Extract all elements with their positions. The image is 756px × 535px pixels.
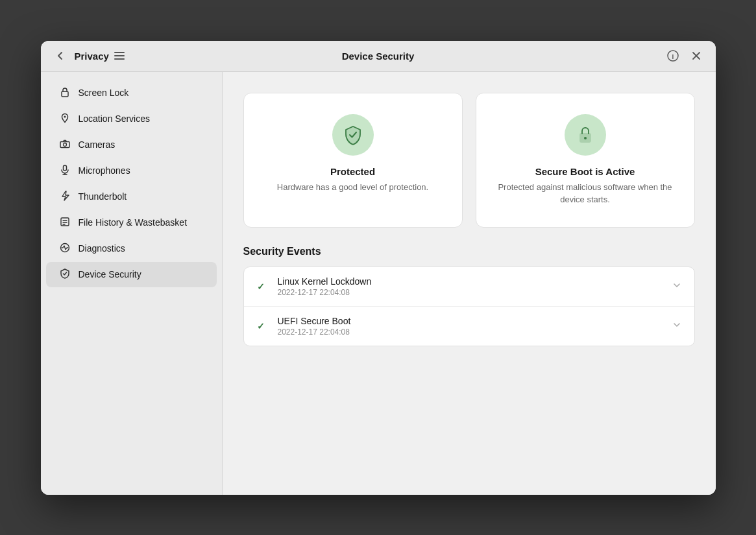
titlebar: Privacy Device Security i xyxy=(41,41,716,72)
secure-boot-card: Secure Boot is Active Protected against … xyxy=(476,93,695,228)
file-history-icon xyxy=(59,217,71,229)
event-time-linux: 2022-12-17 22:04:08 xyxy=(278,288,672,297)
sidebar-item-label: Location Services xyxy=(79,113,151,124)
sidebar-item-label: Cameras xyxy=(79,139,116,150)
camera-icon xyxy=(59,139,71,151)
lock-icon xyxy=(59,87,71,99)
diagnostics-icon xyxy=(59,243,71,255)
sidebar-item-cameras[interactable]: Cameras xyxy=(46,132,217,158)
event-item-linux-kernel[interactable]: ✓ Linux Kernel Lockdown 2022-12-17 22:04… xyxy=(244,267,694,307)
chevron-down-icon-linux xyxy=(672,281,681,292)
sidebar: Screen Lock Location Services xyxy=(41,72,223,495)
event-info-uefi: UEFI Secure Boot 2022-12-17 22:04:08 xyxy=(278,316,672,337)
svg-point-5 xyxy=(63,143,66,146)
svg-rect-6 xyxy=(63,165,66,171)
chevron-down-icon-uefi xyxy=(672,320,681,331)
sidebar-item-thunderbolt[interactable]: Thunderbolt xyxy=(46,184,217,209)
back-button[interactable] xyxy=(51,47,69,65)
sidebar-item-label: File History & Wastebasket xyxy=(79,217,188,228)
window-title: Device Security xyxy=(181,51,576,62)
event-time-uefi: 2022-12-17 22:04:08 xyxy=(278,327,672,337)
menu-button[interactable] xyxy=(114,52,125,60)
sidebar-item-microphones[interactable]: Microphones xyxy=(46,158,217,184)
sidebar-item-diagnostics[interactable]: Diagnostics xyxy=(46,236,217,261)
svg-rect-2 xyxy=(62,91,68,97)
sidebar-item-file-history[interactable]: File History & Wastebasket xyxy=(46,210,217,235)
cards-row: Protected Hardware has a good level of p… xyxy=(243,93,695,228)
sidebar-item-device-security[interactable]: Device Security xyxy=(46,262,217,287)
check-icon-uefi: ✓ xyxy=(257,321,270,331)
secure-boot-title: Secure Boot is Active xyxy=(535,166,635,177)
titlebar-left: Privacy xyxy=(51,47,181,65)
check-icon-linux: ✓ xyxy=(257,281,270,292)
lock-active-icon xyxy=(575,125,596,145)
event-name-linux: Linux Kernel Lockdown xyxy=(278,276,672,287)
protected-desc: Hardware has a good level of protection. xyxy=(277,181,428,194)
sidebar-item-label: Device Security xyxy=(79,269,141,279)
svg-text:i: i xyxy=(672,53,674,60)
sidebar-title: Privacy xyxy=(75,51,109,62)
security-events-title: Security Events xyxy=(243,246,695,257)
sidebar-item-label: Diagnostics xyxy=(79,243,125,254)
protected-title: Protected xyxy=(330,166,375,177)
thunderbolt-icon xyxy=(59,191,71,203)
event-name-uefi: UEFI Secure Boot xyxy=(278,316,672,326)
info-button[interactable]: i xyxy=(664,47,682,65)
app-window: Privacy Device Security i xyxy=(41,41,716,495)
event-info-linux: Linux Kernel Lockdown 2022-12-17 22:04:0… xyxy=(278,276,672,297)
sidebar-item-screen-lock[interactable]: Screen Lock xyxy=(46,80,217,106)
protected-card: Protected Hardware has a good level of p… xyxy=(243,93,463,228)
event-item-uefi[interactable]: ✓ UEFI Secure Boot 2022-12-17 22:04:08 xyxy=(244,307,694,346)
sidebar-item-location-services[interactable]: Location Services xyxy=(46,106,217,132)
svg-point-15 xyxy=(584,137,587,139)
sidebar-item-label: Screen Lock xyxy=(79,88,129,98)
secure-boot-desc: Protected against malicious software whe… xyxy=(492,181,679,206)
shield-check-icon xyxy=(343,125,363,145)
secure-boot-icon-circle xyxy=(565,114,606,156)
protected-icon-circle xyxy=(332,114,374,156)
titlebar-right: i xyxy=(576,47,705,65)
events-list: ✓ Linux Kernel Lockdown 2022-12-17 22:04… xyxy=(243,267,695,346)
sidebar-item-label: Microphones xyxy=(79,165,130,176)
location-icon xyxy=(59,113,71,125)
main-content: Protected Hardware has a good level of p… xyxy=(223,72,716,495)
svg-point-3 xyxy=(64,115,66,117)
close-button[interactable] xyxy=(687,47,705,65)
sidebar-item-label: Thunderbolt xyxy=(79,191,127,202)
device-security-icon xyxy=(59,268,71,281)
microphone-icon xyxy=(59,165,71,177)
content-area: Screen Lock Location Services xyxy=(41,72,716,495)
